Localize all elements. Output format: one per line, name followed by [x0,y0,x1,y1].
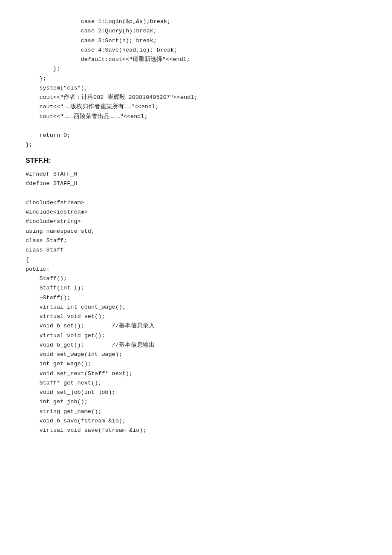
page-content: case 1:Login(&p,&s);break; case 2:Query(… [26,17,366,436]
section-heading: STFF.H: [26,155,366,166]
code-bottom-section: #ifndef STAFF_H #define STAFF_H #include… [26,170,366,435]
code-top-section: case 1:Login(&p,&s);break; case 2:Query(… [26,17,366,150]
